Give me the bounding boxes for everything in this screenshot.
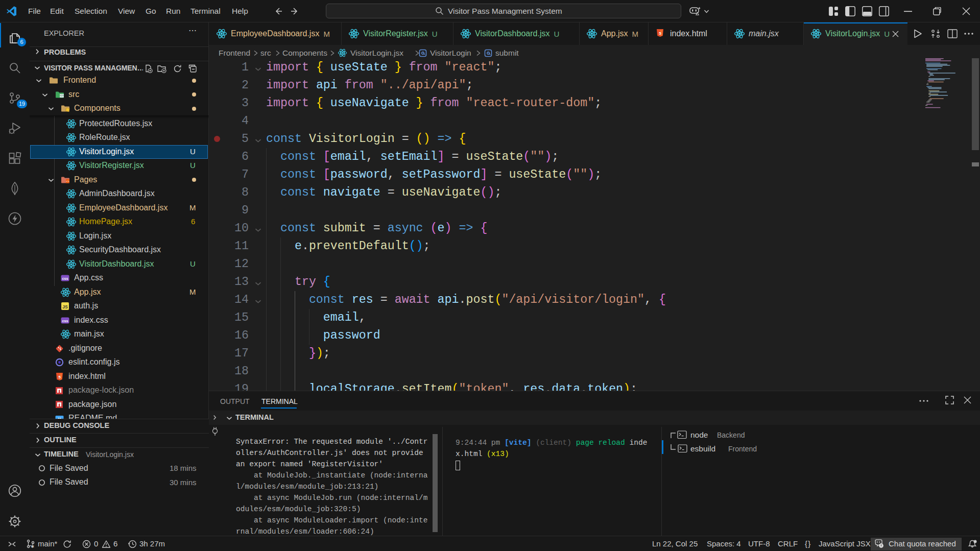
svg-text:✱: ✱ bbox=[31, 544, 34, 548]
svg-text:5: 5 bbox=[58, 374, 61, 379]
svg-text:5: 5 bbox=[659, 31, 661, 36]
svg-text:<>: <> bbox=[66, 179, 69, 182]
svg-text:JS: JS bbox=[62, 304, 68, 309]
svg-text:</>: </> bbox=[60, 94, 64, 97]
svg-text:css: css bbox=[62, 276, 68, 281]
svg-text:css: css bbox=[62, 319, 68, 323]
